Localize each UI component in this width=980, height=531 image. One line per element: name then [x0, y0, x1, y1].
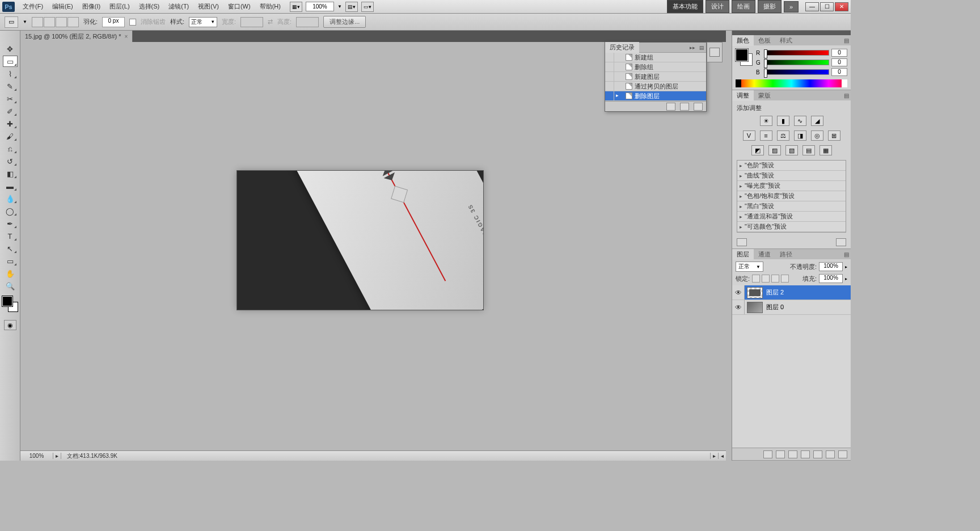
gradient-tool-icon[interactable]: ▬	[3, 180, 18, 192]
color-tab[interactable]: 颜色	[732, 35, 754, 46]
swatches-tab[interactable]: 色板	[754, 35, 775, 46]
lock-transparency-icon[interactable]	[752, 275, 760, 283]
selection-intersect-icon[interactable]	[67, 17, 79, 27]
panel-menu-icon[interactable]: ▤	[842, 37, 851, 44]
lock-all-icon[interactable]	[781, 275, 789, 283]
preset-channel-mixer[interactable]: "通道混和器"预设	[737, 212, 846, 222]
preset-bw[interactable]: "黑白"预设	[737, 201, 846, 212]
workspace-photography[interactable]: 摄影	[758, 0, 782, 13]
menu-select[interactable]: 选择(S)	[134, 1, 164, 12]
b-value[interactable]: 0	[831, 68, 847, 76]
posterize-icon[interactable]: ▨	[768, 145, 781, 155]
threshold-icon[interactable]: ▧	[785, 145, 798, 155]
fill-arrow-icon[interactable]: ▸	[845, 276, 847, 281]
invert-icon[interactable]: ◩	[751, 145, 764, 155]
eyedropper-tool-icon[interactable]: ✐	[3, 106, 18, 117]
bw-icon[interactable]: ◨	[794, 130, 806, 141]
exposure-icon[interactable]: ◢	[811, 116, 823, 126]
marquee-tool-icon[interactable]: ▭	[3, 56, 18, 67]
brightness-icon[interactable]: ☀	[760, 116, 772, 126]
g-slider[interactable]	[764, 60, 829, 65]
quick-select-tool-icon[interactable]: ✎	[3, 81, 18, 92]
adjustments-tab[interactable]: 调整	[732, 90, 754, 101]
b-slider[interactable]	[764, 69, 829, 75]
tool-preset-dropdown-icon[interactable]: ▼	[23, 19, 27, 24]
hand-tool-icon[interactable]: ✋	[3, 268, 18, 279]
fill-input[interactable]: 100%	[819, 274, 843, 283]
zoom-tool-icon[interactable]: 🔍	[3, 280, 18, 292]
window-maximize-icon[interactable]: ☐	[820, 2, 834, 11]
dodge-tool-icon[interactable]: ◯	[3, 205, 18, 217]
opacity-arrow-icon[interactable]: ▸	[845, 264, 847, 269]
preset-curves[interactable]: "曲线"预设	[737, 171, 846, 181]
workspace-essentials[interactable]: 基本功能	[667, 0, 703, 13]
panel-menu-icon[interactable]: ▤	[697, 45, 706, 50]
layer-name[interactable]: 图层 2	[765, 288, 851, 297]
layer-row[interactable]: 👁 图层 2	[732, 285, 851, 300]
gradient-map-icon[interactable]: ▤	[802, 145, 815, 155]
menu-view[interactable]: 视图(V)	[193, 1, 223, 12]
zoom-dropdown-icon[interactable]: ▼	[337, 4, 342, 9]
panel-menu-icon[interactable]: ▤	[842, 251, 851, 258]
menu-image[interactable]: 图像(I)	[78, 1, 105, 12]
curves-icon[interactable]: ∿	[794, 116, 806, 126]
move-tool-icon[interactable]: ✥	[3, 43, 18, 54]
eraser-tool-icon[interactable]: ◧	[3, 168, 18, 179]
vibrance-icon[interactable]: V	[743, 130, 755, 141]
r-slider[interactable]	[764, 50, 829, 56]
refine-edge-button[interactable]: 调整边缘...	[323, 16, 366, 28]
foreground-color-swatch[interactable]	[2, 296, 12, 306]
new-group-icon[interactable]	[813, 450, 822, 458]
document-tab-close-icon[interactable]: ×	[125, 33, 128, 40]
lock-position-icon[interactable]	[771, 275, 779, 283]
layer-thumbnail[interactable]	[747, 287, 763, 298]
launch-bridge-icon[interactable]: ▦▾	[290, 2, 302, 12]
panel-menu-icon[interactable]: ▤	[842, 92, 851, 99]
layer-fx-icon[interactable]	[776, 450, 785, 458]
channels-tab[interactable]: 通道	[754, 249, 775, 260]
menu-file[interactable]: 文件(F)	[18, 1, 48, 12]
hscroll-left-icon[interactable]: ◂	[718, 453, 726, 459]
brush-tool-icon[interactable]: 🖌	[3, 130, 18, 142]
selective-color-icon[interactable]: ▦	[820, 145, 832, 155]
workspace-design[interactable]: 设计	[706, 0, 729, 13]
history-item[interactable]: 新建组	[605, 53, 706, 62]
pen-tool-icon[interactable]: ✒	[3, 218, 18, 229]
history-dock-icon[interactable]	[707, 42, 723, 62]
layer-name[interactable]: 图层 0	[765, 303, 851, 311]
history-item[interactable]: 通过拷贝的图层	[605, 82, 706, 91]
arrange-documents-icon[interactable]: ▤▾	[345, 2, 358, 12]
status-info-arrow-icon[interactable]: ▸	[710, 453, 718, 459]
menu-help[interactable]: 帮助(H)	[255, 1, 285, 12]
style-select[interactable]: 正常▼	[189, 17, 217, 27]
workspace-painting[interactable]: 绘画	[732, 0, 755, 13]
status-doc-info[interactable]: 文档:413.1K/963.9K	[61, 452, 710, 460]
delete-layer-icon[interactable]	[838, 450, 847, 458]
selection-add-icon[interactable]	[44, 17, 55, 27]
clone-stamp-tool-icon[interactable]: ⎌	[3, 143, 18, 154]
selection-new-icon[interactable]	[32, 17, 43, 27]
workspace-more[interactable]: »	[784, 1, 799, 12]
layer-mask-icon[interactable]	[788, 450, 797, 458]
adj-expand-icon[interactable]	[836, 238, 846, 246]
history-item[interactable]: 新建图层	[605, 72, 706, 82]
link-layers-icon[interactable]	[763, 450, 772, 458]
r-value[interactable]: 0	[831, 49, 847, 57]
path-select-tool-icon[interactable]: ↖	[3, 243, 18, 254]
preset-selective-color[interactable]: "可选颜色"预设	[737, 222, 846, 232]
menu-window[interactable]: 窗口(W)	[223, 1, 255, 12]
canvas-image[interactable]: REDMAGIC 3S	[237, 171, 483, 310]
preset-exposure[interactable]: "曝光度"预设	[737, 181, 846, 191]
hue-sat-icon[interactable]: ≡	[760, 130, 772, 141]
document-tab[interactable]: 15.jpg @ 100% (图层 2, RGB/8#) * ×	[20, 31, 133, 42]
paths-tab[interactable]: 路径	[775, 249, 797, 260]
window-minimize-icon[interactable]: —	[805, 2, 819, 11]
color-panel-swatches[interactable]	[736, 49, 753, 66]
shape-tool-icon[interactable]: ▭	[3, 255, 18, 267]
crop-tool-icon[interactable]: ✂	[3, 93, 18, 104]
preset-levels[interactable]: "色阶"预设	[737, 161, 846, 171]
history-new-doc-icon[interactable]	[680, 103, 689, 111]
color-swatches[interactable]	[2, 296, 18, 312]
photo-filter-icon[interactable]: ◎	[811, 130, 823, 141]
menu-edit[interactable]: 编辑(E)	[48, 1, 78, 12]
